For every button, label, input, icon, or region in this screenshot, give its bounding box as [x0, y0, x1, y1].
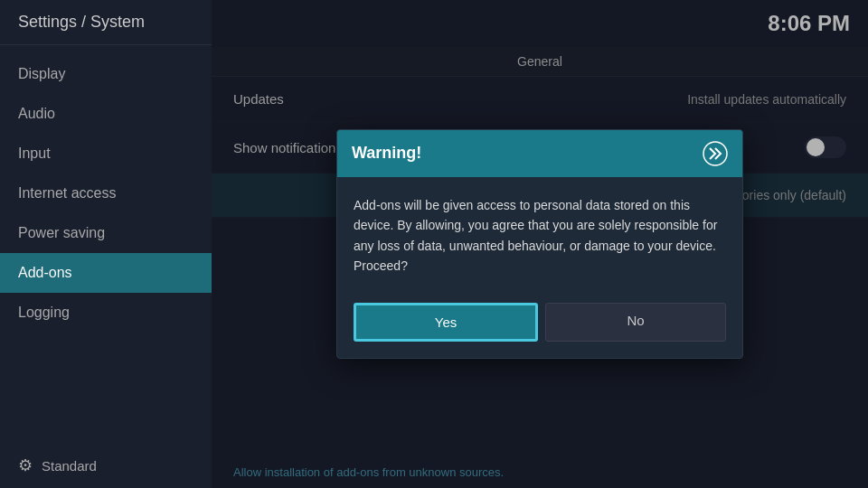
sidebar-item-internet-access[interactable]: Internet access	[0, 174, 212, 213]
sidebar: Settings / System Display Audio Input In…	[0, 0, 212, 488]
dialog-buttons: Yes No	[337, 294, 742, 358]
kodi-icon	[703, 141, 728, 166]
warning-dialog: Warning! Add-ons will be given access to…	[336, 129, 743, 360]
no-button[interactable]: No	[545, 303, 726, 342]
gear-icon: ⚙	[18, 455, 33, 475]
sidebar-footer: ⚙ Standard	[0, 443, 212, 488]
sidebar-item-add-ons[interactable]: Add-ons	[0, 253, 212, 293]
dialog-title: Warning!	[352, 144, 421, 163]
sidebar-item-audio[interactable]: Audio	[0, 94, 212, 134]
sidebar-item-input[interactable]: Input	[0, 134, 212, 174]
profile-label: Standard	[42, 458, 97, 474]
yes-button[interactable]: Yes	[354, 303, 538, 342]
page-title: Settings / System	[0, 0, 212, 45]
sidebar-item-display[interactable]: Display	[0, 54, 212, 94]
sidebar-item-power-saving[interactable]: Power saving	[0, 213, 212, 253]
dialog-title-bar: Warning!	[337, 130, 742, 177]
sidebar-item-logging[interactable]: Logging	[0, 293, 212, 333]
dialog-backdrop: Warning! Add-ons will be given access to…	[212, 0, 868, 488]
dialog-body: Add-ons will be given access to personal…	[337, 177, 742, 295]
sidebar-nav: Display Audio Input Internet access Powe…	[0, 45, 212, 443]
